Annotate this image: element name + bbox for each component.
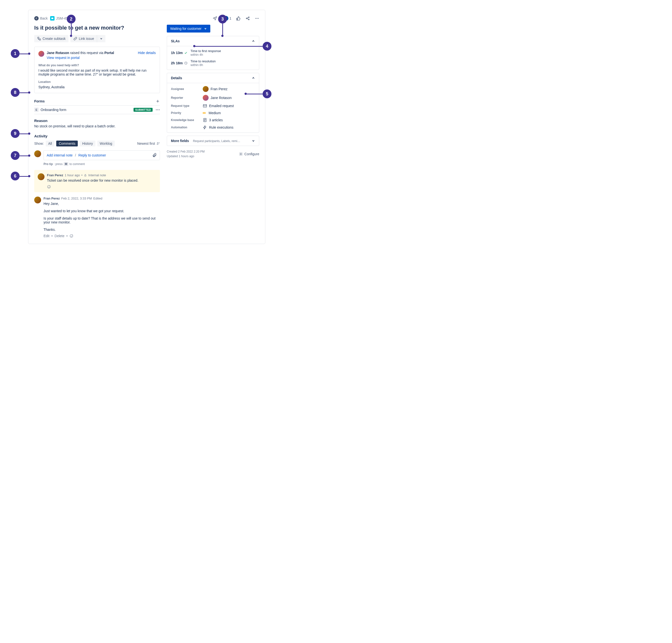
request-details-panel: Jane Rotason raised this request via Por…	[34, 47, 160, 93]
watcher-count: 1	[229, 16, 231, 20]
more-fields-sub: Request participants, Labels, reminders,…	[193, 139, 242, 143]
automation-label: Automation	[171, 126, 203, 129]
automation-field[interactable]: Rule executions	[203, 125, 233, 130]
priority-field[interactable]: Medium	[203, 111, 221, 115]
more-fields-panel[interactable]: More fields Request participants, Labels…	[167, 136, 259, 146]
sort-icon	[156, 142, 160, 145]
link-issue-button[interactable]: Link issue	[70, 35, 97, 42]
priority-medium-icon	[203, 111, 207, 115]
callout-6: 6	[11, 172, 20, 180]
svg-point-23	[240, 154, 241, 155]
svg-point-10	[156, 109, 156, 110]
callout-2: 2	[67, 15, 75, 23]
comment-author-avatar	[34, 196, 41, 203]
reporter-avatar	[203, 95, 208, 101]
assignee-field[interactable]: Fran Perez	[203, 86, 227, 92]
reporter-label: Reporter	[171, 96, 203, 99]
comment-reaction-button[interactable]	[70, 234, 73, 238]
comment-author[interactable]: Fran Perez	[44, 196, 60, 200]
tab-history[interactable]: History	[80, 141, 95, 146]
link-issue-dropdown[interactable]	[97, 35, 105, 42]
add-form-button[interactable]	[156, 99, 160, 104]
vote-button[interactable]	[236, 16, 241, 21]
note-author[interactable]: Fran Perez	[47, 173, 63, 177]
kebab-icon	[156, 109, 160, 110]
create-subtask-button[interactable]: Create subtask	[34, 35, 69, 42]
note-time: 1 hour ago	[64, 173, 80, 177]
sort-button[interactable]: Newest first	[137, 142, 160, 145]
callout-5: 5	[263, 89, 272, 98]
delete-comment-link[interactable]: Delete	[55, 234, 64, 238]
add-reaction-button[interactable]	[47, 185, 156, 189]
slas-header[interactable]: SLAs	[167, 36, 259, 46]
pro-tip-pre: Pro tip	[44, 162, 53, 166]
breadcrumb: Back JSM-456	[34, 16, 70, 21]
current-user-avatar	[34, 150, 41, 157]
assignee-label: Assignee	[171, 87, 203, 91]
svg-rect-13	[85, 175, 86, 176]
plus-icon	[156, 99, 160, 104]
reporter-field[interactable]: Jane Rotason	[203, 95, 231, 101]
activity-heading: Activity	[34, 134, 160, 138]
comment-p3: Is your staff details up to date? That i…	[44, 216, 160, 224]
back-button[interactable]: Back	[34, 16, 48, 21]
edit-comment-link[interactable]: Edit	[44, 234, 49, 238]
attach-button[interactable]	[152, 153, 157, 157]
lock-icon	[84, 174, 87, 177]
sla-time-1: 1h 13m	[171, 51, 183, 55]
share-button[interactable]	[245, 16, 250, 21]
kb-value: 3 articles	[209, 118, 223, 122]
back-label: Back	[40, 16, 48, 20]
callout-3: 3	[218, 15, 227, 23]
sort-label: Newest first	[137, 142, 155, 145]
reporter-avatar	[38, 51, 44, 57]
comment-p2: Just wanted to let you know that we got …	[44, 209, 160, 213]
kb-field[interactable]: 3 articles	[203, 118, 223, 122]
internal-note: Fran Perez 1 hour ago • Internal note Ti…	[34, 170, 160, 192]
create-subtask-label: Create subtask	[43, 37, 65, 40]
feedback-button[interactable]	[213, 16, 217, 21]
emoji-add-icon	[70, 234, 73, 238]
reply-to-customer-tab[interactable]: Reply to customer	[79, 153, 106, 157]
tab-all[interactable]: All	[46, 141, 55, 146]
svg-point-7	[258, 18, 259, 19]
emoji-add-icon	[47, 185, 51, 189]
comment-sep: /	[75, 153, 76, 157]
sla-sub-2: within 8h	[191, 63, 216, 67]
svg-point-6	[257, 18, 257, 19]
tab-comments[interactable]: Comments	[56, 141, 78, 146]
note-dot: •	[82, 173, 83, 177]
details-heading: Details	[171, 76, 182, 80]
reporter-name-value: Jane Rotason	[211, 96, 231, 100]
priority-label: Priority	[171, 111, 203, 115]
clock-icon	[184, 61, 188, 65]
location-label: Location	[38, 80, 156, 84]
view-in-portal-link[interactable]: View request in portal	[47, 56, 80, 60]
hide-details-link[interactable]: Hide details	[138, 51, 156, 55]
add-internal-note-tab[interactable]: Add internal note	[47, 153, 73, 157]
show-label: Show:	[34, 142, 44, 145]
forms-section: Forms	[34, 99, 160, 104]
comment-input[interactable]: Add internal note / Reply to customer	[44, 150, 160, 160]
form-more-button[interactable]	[156, 109, 160, 110]
details-header[interactable]: Details	[167, 73, 259, 83]
svg-point-12	[159, 109, 159, 110]
assignee-name: Fran Perez	[211, 87, 227, 91]
tab-worklog[interactable]: Worklog	[97, 141, 115, 146]
issue-title[interactable]: Is it possible to get a new monitor?	[34, 25, 160, 31]
chevron-down-icon	[252, 139, 255, 143]
callout-7: 7	[11, 151, 20, 160]
gear-icon	[239, 152, 243, 156]
form-row[interactable]: E Onboarding form SUBMITTED	[34, 105, 160, 114]
configure-button[interactable]: Configure	[239, 149, 259, 159]
email-icon	[203, 104, 207, 108]
link-icon	[73, 37, 77, 40]
more-actions-button[interactable]	[255, 16, 259, 21]
chevron-down-icon	[204, 27, 207, 30]
status-dropdown[interactable]: Waiting for customer	[167, 25, 210, 33]
request-type-field[interactable]: Emailed request	[203, 104, 234, 108]
callout-1: 1	[11, 49, 20, 58]
chevron-down-icon	[100, 37, 103, 40]
comment-edited: Edited	[93, 196, 103, 200]
svg-point-11	[157, 109, 158, 110]
